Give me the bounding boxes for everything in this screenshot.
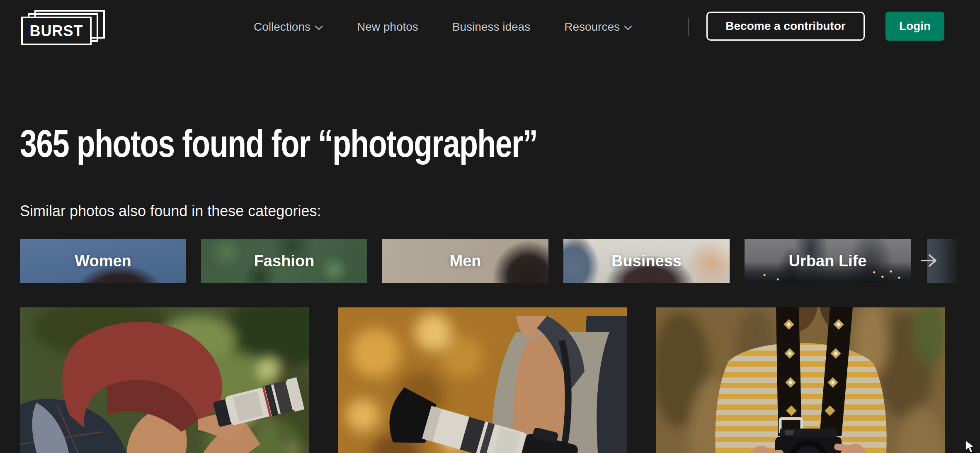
category-tile-urban-life[interactable]: Urban Life (745, 239, 911, 283)
photo-result-red-cap-photographer[interactable] (20, 307, 309, 453)
category-tile-men[interactable]: Men (382, 239, 548, 283)
mouse-cursor (965, 440, 976, 453)
login-button[interactable]: Login (885, 12, 944, 41)
nav-item-label: Business ideas (452, 20, 530, 34)
photo-result-striped-sweater-cornfield[interactable] (656, 307, 945, 453)
category-label: Men (450, 252, 481, 270)
category-tile-fashion[interactable]: Fashion (201, 239, 367, 283)
nav-item-label: Collections (254, 20, 310, 34)
photo-image (338, 307, 627, 453)
category-tile-women[interactable]: Women (20, 239, 186, 283)
photo-image (20, 307, 309, 453)
nav-item-collections[interactable]: Collections (254, 20, 323, 34)
become-contributor-button[interactable]: Become a contributor (706, 12, 865, 41)
photo-image (656, 307, 945, 453)
next-categories-button[interactable] (918, 251, 939, 271)
category-label: Urban Life (789, 252, 867, 270)
logo-wordmark: BURST (30, 22, 83, 40)
top-navigation-bar: BURST Collections New photos Business id… (0, 0, 980, 54)
category-tile-business[interactable]: Business (563, 239, 730, 283)
similar-categories-subheading: Similar photos also found in these categ… (20, 202, 321, 220)
nav-item-label: New photos (357, 20, 418, 34)
burst-logo[interactable]: BURST (21, 17, 105, 52)
nav-item-business-ideas[interactable]: Business ideas (452, 20, 530, 34)
search-results-heading: 365 photos found for “photographer” (20, 124, 537, 163)
nav-item-label: Resources (564, 20, 620, 34)
arrow-right-icon (919, 253, 938, 268)
logo-stack-front: BURST (21, 17, 92, 45)
nav-item-resources[interactable]: Resources (564, 20, 632, 34)
photo-result-telephoto-autumn[interactable] (338, 307, 627, 453)
category-label: Fashion (254, 252, 315, 270)
nav-item-new-photos[interactable]: New photos (357, 20, 418, 34)
nav-links: Collections New photos Business ideas Re… (254, 0, 632, 54)
nav-divider (688, 18, 689, 36)
chevron-down-icon (315, 25, 323, 30)
chevron-down-icon (624, 25, 632, 30)
category-label: Business (611, 252, 682, 270)
category-tiles-carousel: Women Fashion Men Business Urban Life (20, 239, 911, 283)
category-label: Women (75, 252, 131, 270)
